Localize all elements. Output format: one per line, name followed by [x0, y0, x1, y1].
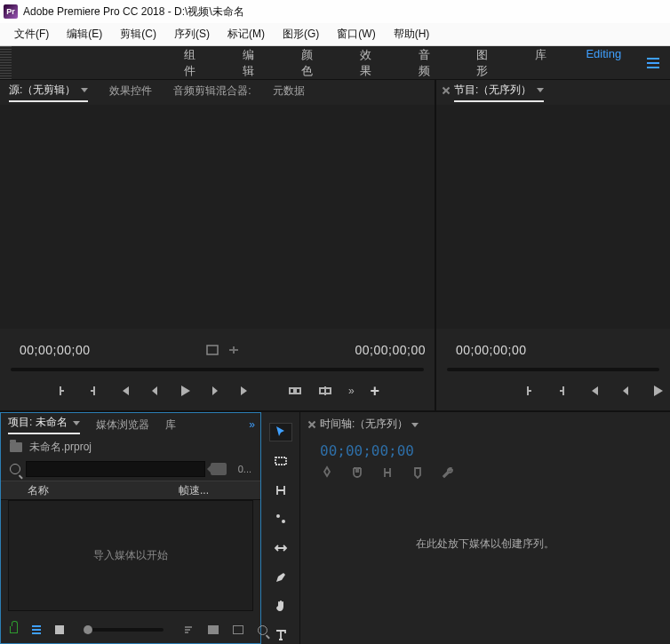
snap-icon[interactable]: [320, 465, 334, 480]
menu-1[interactable]: 编辑(E): [58, 25, 111, 44]
play-icon[interactable]: [650, 384, 665, 398]
ripple-edit-tool-icon[interactable]: [269, 481, 292, 499]
icon-view-icon[interactable]: [55, 624, 64, 636]
menu-6[interactable]: 窗口(W): [328, 25, 384, 44]
insert-icon[interactable]: [288, 384, 302, 398]
source-tab-1[interactable]: 效果控件: [109, 83, 152, 101]
project-search-input[interactable]: [26, 461, 205, 477]
project-tab-2[interactable]: 库: [165, 417, 176, 433]
project-panel: 项目: 未命名媒体浏览器库» 未命名.prproj 0... 名称 帧速... …: [0, 412, 261, 644]
workspace-编辑[interactable]: 编辑: [223, 47, 282, 79]
svg-rect-1: [290, 388, 294, 394]
program-tab-label: 节目:（无序列）: [454, 83, 531, 98]
workspace-图形[interactable]: 图形: [457, 47, 515, 79]
svg-rect-0: [207, 346, 218, 354]
track-select-tool-icon[interactable]: [269, 452, 292, 471]
menubar: 文件(F)编辑(E)剪辑(C)序列(S)标记(M)图形(G)窗口(W)帮助(H): [0, 23, 670, 46]
source-tab-2[interactable]: 音频剪辑混合器:: [173, 83, 251, 101]
workspace-editing[interactable]: Editing: [566, 47, 641, 79]
slip-tool-icon[interactable]: [269, 539, 292, 558]
timeline-empty-msg: 在此处放下媒体以创建序列。: [300, 537, 670, 552]
pen-tool-icon[interactable]: [269, 568, 292, 586]
step-back-icon[interactable]: [618, 384, 633, 398]
project-tab-1[interactable]: 媒体浏览器: [96, 417, 149, 433]
project-tab-0[interactable]: 项目: 未命名: [8, 415, 80, 434]
wrench-icon[interactable]: [441, 465, 455, 480]
source-scrubber[interactable]: [11, 368, 424, 371]
project-tab-label-2: 库: [165, 418, 176, 431]
step-back-icon[interactable]: [148, 384, 162, 398]
step-fwd-icon[interactable]: [208, 384, 222, 398]
timeline-tc[interactable]: 00;00;00;00: [320, 442, 414, 459]
overflow-icon[interactable]: »: [249, 418, 255, 431]
play-icon[interactable]: [178, 384, 192, 398]
magnet-icon[interactable]: [350, 465, 364, 480]
workspace-库[interactable]: 库: [515, 47, 566, 79]
timeline-toolbar: [320, 465, 455, 480]
new-folder-icon[interactable]: [208, 624, 219, 636]
new-bin-camera-icon[interactable]: [211, 463, 227, 475]
razor-tool-icon[interactable]: [269, 510, 292, 529]
step-icon[interactable]: [227, 345, 240, 355]
workspace-音频[interactable]: 音频: [399, 47, 458, 79]
dropdown-icon[interactable]: [81, 88, 88, 92]
workspace-颜色[interactable]: 颜色: [282, 47, 340, 79]
go-to-out-icon[interactable]: [238, 384, 252, 398]
new-item-icon[interactable]: [233, 624, 243, 636]
hamburger-icon[interactable]: [641, 51, 665, 76]
mark-out-icon[interactable]: [85, 384, 100, 398]
source-transport: » +: [0, 378, 435, 403]
col-name[interactable]: 名称: [1, 483, 179, 498]
program-tc[interactable]: 00;00;00;00: [456, 343, 526, 357]
zoom-slider[interactable]: [84, 628, 164, 632]
menu-0[interactable]: 文件(F): [5, 25, 58, 44]
fit-icon[interactable]: [206, 345, 219, 355]
hand-tool-icon[interactable]: [269, 597, 292, 616]
panel-close-icon[interactable]: [442, 86, 451, 95]
linked-selection-icon[interactable]: [380, 465, 395, 480]
project-bin-area[interactable]: 导入媒体以开始: [8, 500, 253, 611]
menu-5[interactable]: 图形(G): [274, 25, 328, 44]
type-tool-icon[interactable]: [269, 625, 292, 644]
source-tc-out[interactable]: 00;00;00;00: [355, 343, 426, 357]
marker-icon[interactable]: [411, 465, 425, 480]
timeline-panel: 时间轴:（无序列） 00;00;00;00 在此处放下媒体以创建序列。: [300, 412, 670, 644]
project-tab-label-1: 媒体浏览器: [96, 418, 149, 431]
panel-close-icon[interactable]: [307, 420, 316, 429]
program-viewer[interactable]: [436, 105, 670, 329]
go-to-in-icon[interactable]: [586, 384, 601, 398]
grip-icon[interactable]: [0, 46, 12, 79]
dropdown-icon[interactable]: [537, 88, 544, 92]
program-scrubber[interactable]: [447, 368, 659, 371]
mark-out-icon[interactable]: [554, 384, 569, 398]
mark-in-icon[interactable]: [522, 384, 537, 398]
workspace-效果[interactable]: 效果: [340, 47, 399, 79]
lock-icon[interactable]: [10, 624, 18, 636]
overwrite-icon[interactable]: [318, 384, 332, 398]
source-tc-in[interactable]: 00;00;00;00: [20, 343, 90, 357]
go-to-in-icon[interactable]: [117, 384, 132, 398]
menu-2[interactable]: 剪辑(C): [111, 25, 165, 44]
find-icon[interactable]: [258, 624, 267, 636]
sort-icon[interactable]: [183, 624, 194, 636]
mark-in-icon[interactable]: [55, 384, 69, 398]
export-frame-icon[interactable]: »: [348, 385, 355, 397]
workspace-组件[interactable]: 组件: [164, 47, 223, 79]
tab-program[interactable]: 节目:（无序列）: [454, 83, 544, 102]
col-framerate[interactable]: 帧速...: [179, 483, 260, 498]
tab-timeline[interactable]: 时间轴:（无序列）: [320, 417, 419, 432]
source-tab-3[interactable]: 元数据: [273, 83, 305, 101]
source-tab-0[interactable]: 源:（无剪辑）: [9, 83, 88, 102]
menu-7[interactable]: 帮助(H): [385, 25, 439, 44]
source-viewer[interactable]: [0, 105, 435, 329]
titlebar: Pr Adobe Premiere Pro CC 2018 - D:\视频\未命…: [0, 0, 670, 23]
add-button-icon[interactable]: +: [371, 382, 380, 401]
menu-4[interactable]: 标记(M): [219, 25, 274, 44]
dropdown-icon[interactable]: [73, 421, 80, 425]
menu-3[interactable]: 序列(S): [165, 25, 219, 44]
dropdown-icon[interactable]: [411, 423, 419, 427]
project-filename: 未命名.prproj: [29, 440, 92, 455]
list-view-icon[interactable]: [32, 624, 41, 636]
project-footer: [1, 616, 260, 643]
selection-tool-icon[interactable]: [269, 423, 292, 441]
